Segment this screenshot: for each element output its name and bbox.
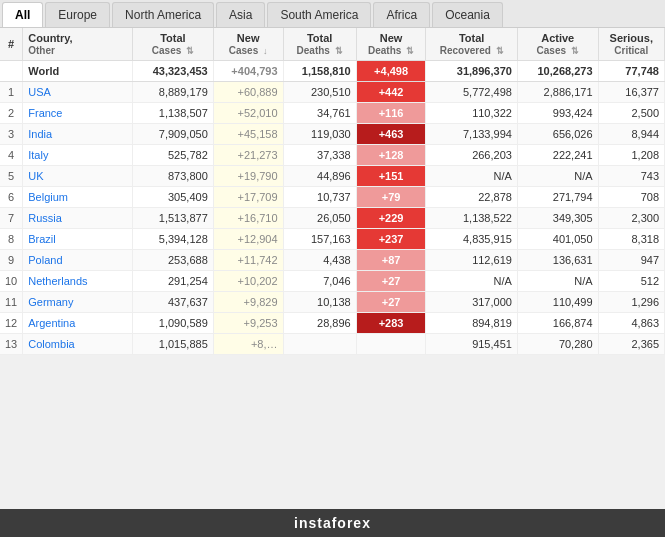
tab-asia[interactable]: Asia bbox=[216, 2, 265, 27]
row-num: 7 bbox=[0, 208, 23, 229]
tab-all[interactable]: All bbox=[2, 2, 43, 27]
row-country[interactable]: Argentina bbox=[23, 313, 133, 334]
col-new-cases[interactable]: NewCases ↓ bbox=[213, 28, 283, 61]
row-num: 9 bbox=[0, 250, 23, 271]
col-active-cases[interactable]: ActiveCases ⇅ bbox=[517, 28, 598, 61]
row-new-cases: +45,158 bbox=[213, 124, 283, 145]
table-row: 8 Brazil 5,394,128 +12,904 157,163 +237 … bbox=[0, 229, 665, 250]
tabs-container: All Europe North America Asia South Amer… bbox=[0, 0, 665, 28]
covid-table: # Country,Other TotalCases ⇅ NewCases ↓ … bbox=[0, 28, 665, 355]
row-total-deaths: 157,163 bbox=[283, 229, 356, 250]
world-num bbox=[0, 61, 23, 82]
row-country[interactable]: Colombia bbox=[23, 334, 133, 355]
row-num: 12 bbox=[0, 313, 23, 334]
row-country[interactable]: Brazil bbox=[23, 229, 133, 250]
row-country[interactable]: France bbox=[23, 103, 133, 124]
row-num: 2 bbox=[0, 103, 23, 124]
row-total-deaths: 10,138 bbox=[283, 292, 356, 313]
table-row: 2 France 1,138,507 +52,010 34,761 +116 1… bbox=[0, 103, 665, 124]
row-country[interactable]: Germany bbox=[23, 292, 133, 313]
row-new-deaths: +237 bbox=[356, 229, 426, 250]
row-recovered: 915,451 bbox=[426, 334, 517, 355]
row-new-cases: +10,202 bbox=[213, 271, 283, 292]
table-row: 1 USA 8,889,179 +60,889 230,510 +442 5,7… bbox=[0, 82, 665, 103]
table-row: 11 Germany 437,637 +9,829 10,138 +27 317… bbox=[0, 292, 665, 313]
row-num: 4 bbox=[0, 145, 23, 166]
table-row: 6 Belgium 305,409 +17,709 10,737 +79 22,… bbox=[0, 187, 665, 208]
row-num: 10 bbox=[0, 271, 23, 292]
row-total-cases: 7,909,050 bbox=[133, 124, 214, 145]
row-recovered: 894,819 bbox=[426, 313, 517, 334]
row-recovered: 5,772,498 bbox=[426, 82, 517, 103]
row-serious: 8,318 bbox=[598, 229, 664, 250]
row-total-deaths: 28,896 bbox=[283, 313, 356, 334]
row-country[interactable]: Russia bbox=[23, 208, 133, 229]
row-active: 110,499 bbox=[517, 292, 598, 313]
col-num[interactable]: # bbox=[0, 28, 23, 61]
data-table-container: # Country,Other TotalCases ⇅ NewCases ↓ … bbox=[0, 28, 665, 355]
table-row: 7 Russia 1,513,877 +16,710 26,050 +229 1… bbox=[0, 208, 665, 229]
row-new-deaths: +128 bbox=[356, 145, 426, 166]
row-new-cases: +19,790 bbox=[213, 166, 283, 187]
row-serious: 2,300 bbox=[598, 208, 664, 229]
row-active: 166,874 bbox=[517, 313, 598, 334]
row-country[interactable]: Belgium bbox=[23, 187, 133, 208]
row-num: 13 bbox=[0, 334, 23, 355]
col-total-cases[interactable]: TotalCases ⇅ bbox=[133, 28, 214, 61]
row-new-cases: +21,273 bbox=[213, 145, 283, 166]
row-serious: 512 bbox=[598, 271, 664, 292]
row-total-deaths: 7,046 bbox=[283, 271, 356, 292]
row-total-deaths: 119,030 bbox=[283, 124, 356, 145]
row-active: 2,886,171 bbox=[517, 82, 598, 103]
tab-bar: All Europe North America Asia South Amer… bbox=[0, 0, 665, 28]
row-new-deaths: +151 bbox=[356, 166, 426, 187]
row-active: 349,305 bbox=[517, 208, 598, 229]
row-country[interactable]: Italy bbox=[23, 145, 133, 166]
row-serious: 2,500 bbox=[598, 103, 664, 124]
row-num: 3 bbox=[0, 124, 23, 145]
row-active: 271,794 bbox=[517, 187, 598, 208]
row-total-cases: 525,782 bbox=[133, 145, 214, 166]
row-active: 222,241 bbox=[517, 145, 598, 166]
row-total-deaths bbox=[283, 334, 356, 355]
row-new-cases: +52,010 bbox=[213, 103, 283, 124]
row-new-cases: +11,742 bbox=[213, 250, 283, 271]
col-total-deaths[interactable]: TotalDeaths ⇅ bbox=[283, 28, 356, 61]
row-country[interactable]: India bbox=[23, 124, 133, 145]
row-new-deaths: +27 bbox=[356, 271, 426, 292]
col-new-deaths[interactable]: NewDeaths ⇅ bbox=[356, 28, 426, 61]
row-total-cases: 8,889,179 bbox=[133, 82, 214, 103]
table-row: 3 India 7,909,050 +45,158 119,030 +463 7… bbox=[0, 124, 665, 145]
row-country[interactable]: Poland bbox=[23, 250, 133, 271]
table-row: 10 Netherlands 291,254 +10,202 7,046 +27… bbox=[0, 271, 665, 292]
tab-oceania[interactable]: Oceania bbox=[432, 2, 503, 27]
row-total-deaths: 4,438 bbox=[283, 250, 356, 271]
col-serious[interactable]: Serious,Critical bbox=[598, 28, 664, 61]
row-total-cases: 873,800 bbox=[133, 166, 214, 187]
row-num: 5 bbox=[0, 166, 23, 187]
row-total-cases: 1,138,507 bbox=[133, 103, 214, 124]
tab-north-america[interactable]: North America bbox=[112, 2, 214, 27]
row-total-cases: 1,015,885 bbox=[133, 334, 214, 355]
col-total-recovered[interactable]: TotalRecovered ⇅ bbox=[426, 28, 517, 61]
row-recovered: 7,133,994 bbox=[426, 124, 517, 145]
row-new-deaths: +463 bbox=[356, 124, 426, 145]
col-country[interactable]: Country,Other bbox=[23, 28, 133, 61]
row-recovered: 266,203 bbox=[426, 145, 517, 166]
table-row: 13 Colombia 1,015,885 +8,… 915,451 70,28… bbox=[0, 334, 665, 355]
row-new-cases: +9,253 bbox=[213, 313, 283, 334]
row-country[interactable]: USA bbox=[23, 82, 133, 103]
row-country[interactable]: UK bbox=[23, 166, 133, 187]
tab-africa[interactable]: Africa bbox=[373, 2, 430, 27]
tab-south-america[interactable]: South America bbox=[267, 2, 371, 27]
tab-europe[interactable]: Europe bbox=[45, 2, 110, 27]
row-recovered: 110,322 bbox=[426, 103, 517, 124]
row-serious: 1,208 bbox=[598, 145, 664, 166]
row-total-cases: 291,254 bbox=[133, 271, 214, 292]
row-active: 70,280 bbox=[517, 334, 598, 355]
row-serious: 16,377 bbox=[598, 82, 664, 103]
row-country[interactable]: Netherlands bbox=[23, 271, 133, 292]
row-new-cases: +17,709 bbox=[213, 187, 283, 208]
row-new-deaths: +87 bbox=[356, 250, 426, 271]
row-total-cases: 253,688 bbox=[133, 250, 214, 271]
